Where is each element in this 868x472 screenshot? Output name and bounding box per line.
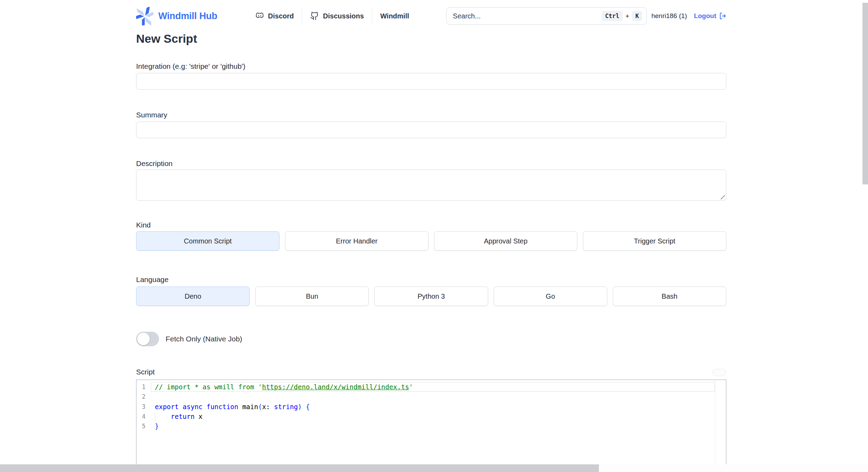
search-shortcut: Ctrl + K bbox=[602, 11, 642, 21]
nav-item-discord[interactable]: Discord bbox=[247, 11, 302, 20]
toggle-knob bbox=[137, 333, 150, 345]
code-lines: 1// import * as wmill from 'https://deno… bbox=[136, 382, 726, 431]
code-line[interactable]: 3export async function main(x: string) { bbox=[136, 402, 726, 412]
vertical-scrollbar-thumb[interactable] bbox=[862, 3, 868, 184]
nav-item-windmill[interactable]: Windmill bbox=[372, 12, 417, 20]
fetch-only-row: Fetch Only (Native Job) bbox=[136, 332, 726, 346]
code-line[interactable]: 4 return x bbox=[136, 412, 726, 421]
nav-item-label: Discussions bbox=[323, 12, 364, 20]
summary-label: Summary bbox=[136, 110, 726, 119]
kbd-ctrl: Ctrl bbox=[602, 11, 623, 21]
line-number: 2 bbox=[136, 392, 151, 401]
windmill-logo-icon bbox=[136, 7, 153, 25]
integration-label: Integration (e.g: 'stripe' or 'github') bbox=[136, 62, 726, 71]
fetch-only-label: Fetch Only (Native Job) bbox=[166, 335, 242, 343]
kind-button-trigger-script[interactable]: Trigger Script bbox=[583, 231, 726, 251]
kbd-k: K bbox=[632, 11, 642, 21]
github-icon bbox=[310, 11, 319, 20]
kbd-plus: + bbox=[626, 13, 629, 19]
language-label: Language bbox=[136, 275, 726, 284]
code-line[interactable]: 2 bbox=[136, 392, 726, 401]
logout-label: Logout bbox=[694, 12, 716, 20]
script-label: Script bbox=[136, 367, 155, 376]
horizontal-scrollbar-thumb[interactable] bbox=[0, 464, 599, 472]
script-head: Script bbox=[136, 367, 726, 376]
code-text: export async function main(x: string) { bbox=[151, 402, 726, 412]
language-button-python3[interactable]: Python 3 bbox=[374, 287, 488, 306]
kind-label: Kind bbox=[136, 221, 726, 229]
language-button-bash[interactable]: Bash bbox=[613, 287, 726, 306]
code-text bbox=[151, 392, 726, 401]
fetch-only-toggle[interactable] bbox=[136, 332, 159, 346]
brand-name: Windmill Hub bbox=[158, 11, 217, 22]
line-number: 3 bbox=[136, 402, 151, 412]
code-line[interactable]: 5} bbox=[136, 421, 726, 431]
logout-icon bbox=[719, 12, 726, 20]
kind-options: Common Script Error Handler Approval Ste… bbox=[136, 231, 726, 251]
integration-input[interactable] bbox=[136, 73, 726, 90]
header-right: henri186 (1) Logout bbox=[651, 12, 726, 20]
header-nav: Discord Discussions Windmill bbox=[247, 7, 417, 25]
vertical-scrollbar[interactable] bbox=[862, 0, 868, 472]
description-label: Description bbox=[136, 159, 726, 168]
header: Windmill Hub Discord bbox=[136, 0, 726, 31]
code-line[interactable]: 1// import * as wmill from 'https://deno… bbox=[136, 382, 726, 392]
nav-item-label: Windmill bbox=[380, 12, 409, 20]
search-input[interactable] bbox=[453, 12, 602, 20]
language-button-bun[interactable]: Bun bbox=[255, 287, 369, 306]
discord-icon bbox=[255, 11, 264, 20]
line-number: 1 bbox=[136, 382, 151, 392]
line-number: 5 bbox=[136, 421, 151, 431]
new-script-page: Windmill Hub Discord bbox=[0, 0, 868, 472]
description-textarea[interactable] bbox=[136, 169, 726, 201]
brand[interactable]: Windmill Hub bbox=[136, 7, 217, 25]
editor-theme-toggle[interactable] bbox=[712, 369, 726, 376]
language-button-deno[interactable]: Deno bbox=[136, 287, 250, 306]
code-text: } bbox=[151, 421, 726, 431]
indent-guide bbox=[155, 412, 155, 421]
kind-button-error-handler[interactable]: Error Handler bbox=[285, 231, 428, 251]
kind-button-approval-step[interactable]: Approval Step bbox=[434, 231, 577, 251]
language-button-go[interactable]: Go bbox=[494, 287, 607, 306]
kind-button-common-script[interactable]: Common Script bbox=[136, 231, 279, 251]
search-box[interactable]: Ctrl + K bbox=[446, 7, 647, 25]
nav-item-label: Discord bbox=[268, 12, 294, 20]
horizontal-scrollbar[interactable] bbox=[0, 464, 868, 472]
code-text: // import * as wmill from 'https://deno.… bbox=[151, 382, 726, 392]
code-text: return x bbox=[151, 412, 726, 421]
language-options: Deno Bun Python 3 Go Bash bbox=[136, 287, 726, 306]
nav-item-discussions[interactable]: Discussions bbox=[302, 11, 372, 20]
page-title: New Script bbox=[136, 31, 726, 47]
username: henri186 (1) bbox=[651, 12, 687, 20]
code-editor[interactable]: 1// import * as wmill from 'https://deno… bbox=[136, 380, 726, 472]
line-number: 4 bbox=[136, 412, 151, 421]
summary-input[interactable] bbox=[136, 122, 726, 138]
logout-link[interactable]: Logout bbox=[694, 12, 726, 20]
